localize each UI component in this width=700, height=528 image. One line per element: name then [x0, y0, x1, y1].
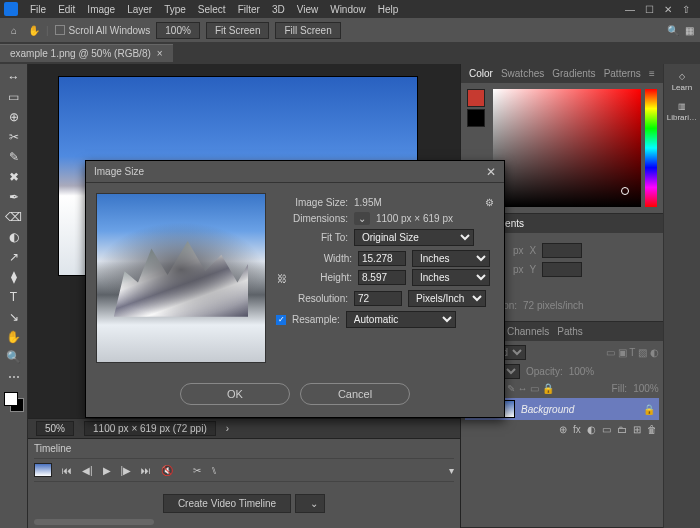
timeline-settings-icon[interactable]: ▾	[449, 465, 454, 476]
menu-select[interactable]: Select	[192, 4, 232, 15]
timeline-stepback-icon[interactable]: ◀|	[82, 465, 93, 476]
ok-button[interactable]: OK	[180, 383, 290, 405]
layer-name[interactable]: Background	[521, 404, 574, 415]
new-layer-icon[interactable]: ⊞	[633, 424, 641, 435]
window-maximize-icon[interactable]: ☐	[645, 4, 654, 15]
timeline-tab[interactable]: Timeline	[34, 443, 454, 454]
opacity-value[interactable]: 100%	[569, 366, 595, 377]
tool-lasso[interactable]: ⊕	[3, 108, 25, 126]
current-tool-icon[interactable]: ✋	[28, 25, 40, 36]
menu-window[interactable]: Window	[324, 4, 372, 15]
tool-text[interactable]: T	[3, 288, 25, 306]
panel-menu-icon[interactable]: ≡	[649, 68, 655, 79]
resolution-unit-select[interactable]: Pixels/Inch	[408, 290, 486, 307]
resample-checkbox[interactable]: ✓	[276, 315, 286, 325]
height-field[interactable]	[358, 270, 406, 285]
tool-more[interactable]: ⋯	[3, 368, 25, 386]
width-field[interactable]	[358, 251, 406, 266]
tool-path[interactable]: ↘	[3, 308, 25, 326]
width-unit-select[interactable]: Inches	[412, 250, 490, 267]
tool-zoom[interactable]: 🔍	[3, 348, 25, 366]
timeline-scissors-icon[interactable]: ✂	[193, 465, 201, 476]
tool-hand[interactable]: ✋	[3, 328, 25, 346]
group-icon[interactable]: 🗀	[617, 424, 627, 435]
document-tab[interactable]: example 1.png @ 50% (RGB/8) ×	[0, 44, 173, 62]
menu-help[interactable]: Help	[372, 4, 405, 15]
timeline-mute-icon[interactable]: 🔇	[161, 465, 173, 476]
adjustment-layer-icon[interactable]: ▭	[602, 424, 611, 435]
window-close-icon[interactable]: ✕	[664, 4, 672, 15]
tool-brush[interactable]: ✒	[3, 188, 25, 206]
cancel-button[interactable]: Cancel	[300, 383, 410, 405]
tool-eraser[interactable]: ⌫	[3, 208, 25, 226]
gradients-tab[interactable]: Gradients	[552, 68, 595, 79]
link-layers-icon[interactable]: ⊕	[559, 424, 567, 435]
dialog-gear-icon[interactable]: ⚙	[485, 197, 494, 208]
layer-mask-icon[interactable]: ◐	[587, 424, 596, 435]
timeline-play-icon[interactable]: ▶	[103, 465, 111, 476]
home-icon[interactable]: ⌂	[6, 22, 22, 38]
create-video-timeline-button[interactable]: Create Video Timeline	[163, 494, 291, 513]
x-label: X	[530, 245, 537, 256]
menu-3d[interactable]: 3D	[266, 4, 291, 15]
scroll-all-windows-checkbox[interactable]: Scroll All Windows	[55, 25, 151, 36]
fill-screen-button[interactable]: Fill Screen	[275, 22, 340, 39]
tool-shape[interactable]: ⧫	[3, 268, 25, 286]
timeline-stepfwd-icon[interactable]: |▶	[121, 465, 132, 476]
menu-edit[interactable]: Edit	[52, 4, 81, 15]
layer-fx-icon[interactable]: fx	[573, 424, 581, 435]
menu-layer[interactable]: Layer	[121, 4, 158, 15]
hue-slider[interactable]	[645, 89, 657, 207]
workspace-icon[interactable]: ▦	[685, 25, 694, 36]
share-icon[interactable]: ⇧	[682, 4, 690, 15]
fill-value[interactable]: 100%	[633, 383, 659, 394]
status-zoom[interactable]: 50%	[36, 421, 74, 436]
x-field[interactable]	[542, 243, 582, 258]
dialog-close-icon[interactable]: ✕	[486, 165, 496, 179]
tool-marquee[interactable]: ▭	[3, 88, 25, 106]
resample-select[interactable]: Automatic	[346, 311, 456, 328]
channels-tab[interactable]: Channels	[507, 326, 549, 337]
create-video-dropdown[interactable]: ⌄	[295, 494, 325, 513]
tool-move[interactable]: ↔	[3, 68, 25, 86]
swatches-tab[interactable]: Swatches	[501, 68, 544, 79]
patterns-tab[interactable]: Patterns	[604, 68, 641, 79]
color-spectrum[interactable]	[493, 89, 641, 207]
tool-dodge[interactable]: ◐	[3, 228, 25, 246]
menu-image[interactable]: Image	[81, 4, 121, 15]
status-docinfo[interactable]: 1100 px × 619 px (72 ppi)	[84, 421, 216, 436]
constrain-link-icon[interactable]: ⛓	[276, 266, 288, 290]
menu-view[interactable]: View	[291, 4, 325, 15]
timeline-scrollbar[interactable]	[34, 519, 154, 525]
color-swatches[interactable]	[4, 392, 24, 412]
search-icon[interactable]: 🔍	[667, 25, 679, 36]
color-tab[interactable]: Color	[469, 68, 493, 79]
menu-type[interactable]: Type	[158, 4, 192, 15]
background-swatch[interactable]	[467, 109, 485, 127]
delete-layer-icon[interactable]: 🗑	[647, 424, 657, 435]
paths-tab[interactable]: Paths	[557, 326, 583, 337]
libraries-icon: ▥	[678, 102, 686, 111]
y-field[interactable]	[542, 262, 582, 277]
menu-file[interactable]: File	[24, 4, 52, 15]
timeline-split-icon[interactable]: ⑊	[211, 465, 217, 476]
window-minimize-icon[interactable]: —	[625, 4, 635, 15]
document-tab-close-icon[interactable]: ×	[157, 48, 163, 59]
tool-eyedropper[interactable]: ✎	[3, 148, 25, 166]
height-unit-select[interactable]: Inches	[412, 269, 490, 286]
dimensions-unit-toggle[interactable]: ⌄	[354, 212, 370, 225]
tool-heal[interactable]: ✖	[3, 168, 25, 186]
foreground-swatch[interactable]	[467, 89, 485, 107]
timeline-gostart-icon[interactable]: ⏮	[62, 465, 72, 476]
menu-filter[interactable]: Filter	[232, 4, 266, 15]
libraries-panel-button[interactable]: ▥ Librari…	[666, 100, 698, 124]
tool-pen[interactable]: ↗	[3, 248, 25, 266]
fit-screen-button[interactable]: Fit Screen	[206, 22, 270, 39]
zoom-field[interactable]: 100%	[156, 22, 200, 39]
resolution-field[interactable]	[354, 291, 402, 306]
timeline-goend-icon[interactable]: ⏭	[141, 465, 151, 476]
tool-crop[interactable]: ✂	[3, 128, 25, 146]
status-arrow-icon[interactable]: ›	[226, 423, 229, 434]
learn-panel-button[interactable]: ◇ Learn	[666, 70, 698, 94]
fitto-select[interactable]: Original Size	[354, 229, 474, 246]
